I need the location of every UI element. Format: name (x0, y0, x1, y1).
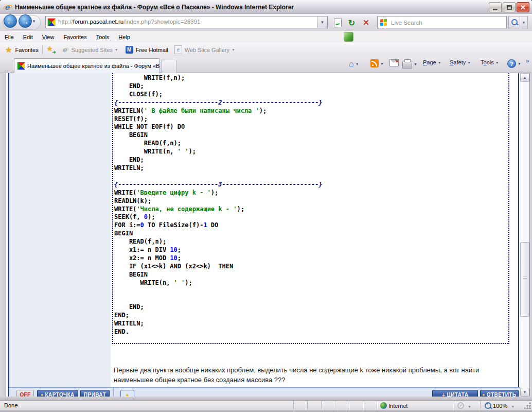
read-mail-icon[interactable] (389, 59, 399, 66)
scroll-down-button[interactable]: ▼ (520, 388, 529, 397)
toolbar-overflow-chevron[interactable]: » (526, 58, 529, 64)
vertical-scrollbar[interactable]: ▲ ▼ (520, 73, 529, 397)
window-bottom-border (0, 410, 532, 412)
home-dropdown-icon[interactable]: ▼ (356, 62, 359, 66)
compatibility-view-icon (334, 19, 342, 27)
menu-file[interactable]: File (0, 32, 19, 42)
code-line: END; (114, 82, 508, 91)
browser-window: e Наименьшее общее кратное из файла - Фо… (0, 0, 532, 412)
page-menu-button[interactable]: Page▼ (423, 59, 444, 65)
code-line: WRITELN; (114, 320, 508, 328)
zoom-cell[interactable]: 100% ▼ (480, 401, 524, 409)
new-tab-button[interactable] (162, 60, 177, 73)
page-dropdown-icon: ▼ (438, 61, 441, 64)
magnifier-icon (511, 19, 518, 25)
back-button[interactable]: ← (4, 14, 17, 28)
add-favorite-button[interactable]: ★➜ (47, 46, 55, 54)
protected-mode-dropdown-icon: ▼ (468, 405, 471, 408)
search-input[interactable] (390, 18, 503, 27)
rss-feed-icon[interactable] (370, 59, 379, 67)
tab-title: Наименьшее общее кратное из файла - Фору… (27, 63, 159, 69)
maximize-icon (507, 5, 512, 10)
code-line: END; (114, 156, 508, 164)
scrollbar-thumb[interactable] (520, 242, 529, 317)
scroll-to-top-button[interactable]: ▲ (120, 390, 134, 397)
status-bar: Done Internet ▼ 100% ▼ (0, 400, 532, 410)
status-cell (335, 401, 349, 409)
zoom-icon (485, 402, 491, 409)
protected-mode-icon (457, 402, 464, 409)
profile-card-button[interactable]: ●КАРТОЧКА (37, 390, 78, 397)
title-bar: e Наименьшее общее кратное из файла - Фо… (0, 0, 532, 14)
print-dropdown-icon[interactable]: ▼ (414, 62, 417, 66)
code-line: END; (114, 312, 508, 320)
stop-button[interactable]: ✕ (359, 16, 373, 29)
off-button[interactable]: OFF (16, 390, 34, 397)
status-cell (307, 401, 322, 409)
svg-text:e: e (62, 46, 67, 54)
refresh-button[interactable]: ↻ (345, 16, 359, 29)
scroll-up-button[interactable]: ▲ (520, 73, 529, 82)
ie-logo-icon: e (3, 3, 12, 12)
code-block: WRITE(f,n); END; CLOSE(f);{-------------… (114, 74, 508, 336)
live-search-icon (380, 19, 387, 26)
stop-icon: ✕ (363, 18, 369, 27)
favorites-button[interactable]: Favorites (15, 47, 38, 53)
zoom-level: 100% (493, 403, 507, 409)
url-text[interactable]: http://forum.pascal.net.ru/index.php?sho… (58, 19, 201, 25)
close-button[interactable]: ✕ (517, 2, 529, 12)
help-dropdown-icon[interactable]: ▼ (518, 62, 521, 65)
web-slice-dropdown-icon[interactable]: ▼ (232, 48, 235, 52)
address-dropdown-button[interactable]: ▼ (317, 16, 327, 28)
help-icon[interactable]: ? (507, 59, 516, 68)
code-line: WRITE(n, ' '); (114, 148, 508, 156)
safety-menu-button[interactable]: Safety▼ (450, 59, 473, 65)
post-footer-bar: OFF ●КАРТОЧКА ПРИВАТ ▲ +ЦИТАТА ●ОТВЕТИТЬ (9, 387, 520, 397)
forum-table-right-border (518, 73, 519, 397)
menu-edit[interactable]: Edit (19, 32, 38, 42)
forward-button[interactable]: → (19, 14, 32, 28)
post-author-column (9, 73, 111, 387)
resize-grip[interactable] (524, 402, 531, 409)
menu-help[interactable]: Help (114, 32, 135, 42)
search-options-dropdown[interactable]: ▼ (520, 16, 528, 28)
compatibility-view-button[interactable] (331, 16, 345, 29)
zoom-dropdown-icon: ▼ (511, 405, 515, 408)
menu-tools[interactable]: Tools (92, 32, 114, 42)
menu-bar-extension-icon[interactable] (344, 32, 353, 42)
minimize-button[interactable] (489, 2, 502, 12)
reply-button[interactable]: ●ОТВЕТИТЬ (480, 390, 519, 397)
quote-button[interactable]: +ЦИТАТА (432, 390, 478, 397)
tools-menu-button[interactable]: Tools▼ (481, 59, 502, 65)
code-line: x2:= n MOD 10; (114, 254, 508, 263)
search-button[interactable] (508, 16, 520, 28)
maximize-button[interactable] (503, 2, 516, 12)
code-line: WHILE NOT EOF(f) DO (114, 123, 508, 131)
protected-mode-cell[interactable]: ▼ (453, 401, 478, 409)
recent-pages-dropdown[interactable]: ▼ (32, 19, 36, 24)
private-message-button[interactable]: ПРИВАТ (80, 390, 110, 397)
status-cell (363, 401, 377, 409)
code-line: CLOSE(f); (114, 91, 508, 99)
favorites-separator (42, 45, 43, 55)
address-bar[interactable]: http://forum.pascal.net.ru/index.php?sho… (45, 16, 328, 28)
code-line: BEGIN (114, 271, 508, 279)
home-icon[interactable]: ⌂ (349, 59, 354, 68)
active-tab[interactable]: Наименьшее общее кратное из файла - Фору… (14, 58, 160, 73)
menu-bar: File Edit View Favorites Tools Help (0, 31, 532, 43)
free-hotmail-button[interactable]: Free Hotmail (136, 47, 168, 53)
menu-view[interactable]: View (38, 32, 59, 42)
web-slice-gallery-button[interactable]: Web Slice Gallery (185, 47, 229, 53)
code-line: x1:= n DIV 10; (114, 246, 508, 254)
quote-plus-icon: + (442, 392, 446, 397)
menu-favorites[interactable]: Favorites (59, 32, 91, 42)
suggested-sites-dropdown-icon[interactable]: ▼ (115, 48, 118, 52)
print-icon[interactable] (402, 61, 412, 68)
feeds-dropdown-icon[interactable]: ▼ (380, 62, 384, 65)
hotmail-icon: M (126, 46, 133, 54)
favorites-star-icon: ★ (5, 45, 12, 55)
status-cell (321, 401, 335, 409)
code-line (114, 287, 508, 296)
suggested-sites-button[interactable]: Suggested Sites (72, 47, 113, 53)
site-favicon (48, 19, 55, 26)
